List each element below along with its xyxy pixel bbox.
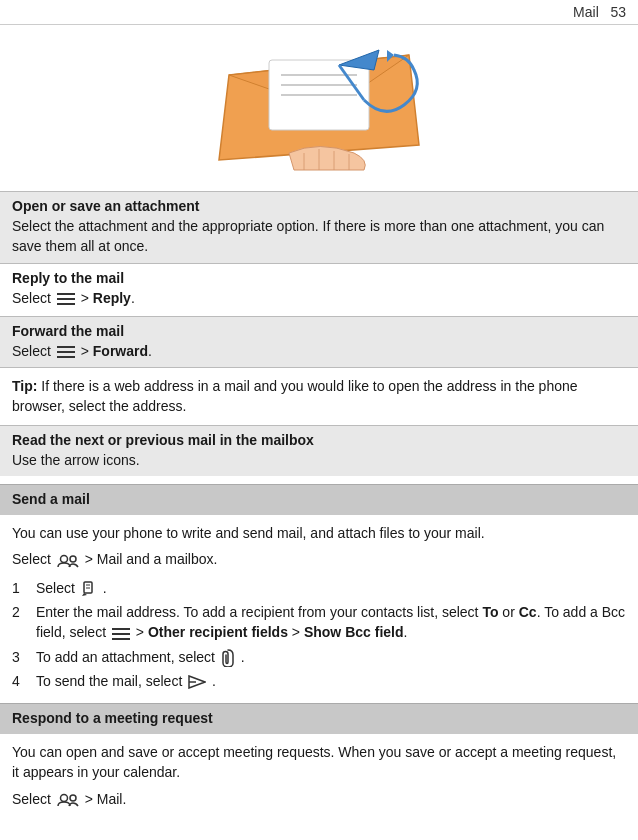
respond-meeting-select: Select > Mail. — [12, 789, 626, 809]
svg-rect-8 — [57, 298, 75, 300]
svg-point-24 — [60, 795, 67, 802]
step-4: 4 To send the mail, select . — [12, 671, 626, 691]
section-body-reply: Select > Reply. — [12, 288, 626, 308]
section-title-open-save: Open or save an attachment — [12, 198, 626, 214]
tip-label: Tip: — [12, 378, 37, 394]
section-body-send-mail: You can use your phone to write and send… — [0, 515, 638, 703]
step-1-body: Select . — [36, 578, 107, 598]
svg-rect-21 — [112, 638, 130, 640]
tip-body: Tip: If there is a web address in a mail… — [12, 376, 626, 417]
send-select-label: Select — [12, 551, 51, 567]
section-title-forward: Forward the mail — [12, 323, 626, 339]
illustration-area — [0, 25, 638, 191]
svg-rect-19 — [112, 628, 130, 630]
forward-arrow-label: > — [81, 343, 93, 359]
svg-rect-20 — [112, 633, 130, 635]
step3-paperclip-icon — [219, 649, 241, 665]
svg-rect-11 — [57, 351, 75, 353]
divider-space — [0, 476, 638, 484]
step2-other-fields-bold: Other recipient fields — [148, 624, 288, 640]
step-3-body: To add an attachment, select . — [36, 647, 245, 667]
respond-select-label: Select — [12, 791, 51, 807]
svg-point-14 — [70, 556, 76, 562]
envelope-illustration — [209, 45, 429, 175]
svg-rect-9 — [57, 303, 75, 305]
section-body-open-save: Select the attachment and the appropriat… — [12, 216, 626, 257]
section-tip: Tip: If there is a web address in a mail… — [0, 367, 638, 425]
step-4-body: To send the mail, select . — [36, 671, 216, 691]
forward-select-label: Select — [12, 343, 51, 359]
step2-cc-bold: Cc — [519, 604, 537, 620]
step-3-number: 3 — [12, 647, 28, 667]
send-mail-suffix: > Mail and a mailbox. — [85, 551, 218, 567]
svg-point-25 — [70, 795, 76, 801]
svg-point-13 — [60, 555, 67, 562]
forward-menu-icon — [55, 343, 81, 359]
send-mail-select-intro: Select > Mail and a mailbox. — [12, 549, 626, 569]
reply-select-label: Select — [12, 290, 51, 306]
section-title-respond-meeting: Respond to a meeting request — [12, 710, 626, 726]
svg-rect-7 — [57, 293, 75, 295]
step2-menu-icon — [110, 624, 136, 640]
page-title: Mail 53 — [573, 4, 626, 20]
send-mail-steps: 1 Select . 2 Enter the mail address. To … — [12, 578, 626, 691]
reply-arrow-label: > — [81, 290, 93, 306]
section-header-respond-meeting: Respond to a meeting request — [0, 703, 638, 734]
tip-text: If there is a web address in a mail and … — [12, 378, 578, 414]
section-body-forward: Select > Forward. — [12, 341, 626, 361]
section-title-read: Read the next or previous mail in the ma… — [12, 432, 626, 448]
forward-bold-label: Forward — [93, 343, 148, 359]
respond-meeting-body: You can open and save or accept meeting … — [12, 742, 626, 783]
step-3: 3 To add an attachment, select . — [12, 647, 626, 667]
section-forward-mail: Forward the mail Select > Forward. — [0, 316, 638, 367]
reply-menu-icon — [55, 290, 81, 306]
step-1: 1 Select . — [12, 578, 626, 598]
send-people-icon — [55, 551, 85, 567]
svg-rect-12 — [57, 356, 75, 358]
step1-pencil-icon — [79, 580, 103, 596]
respond-suffix: > Mail. — [85, 791, 127, 807]
section-open-save-attachment: Open or save an attachment Select the at… — [0, 191, 638, 263]
section-read-next-prev: Read the next or previous mail in the ma… — [0, 425, 638, 476]
respond-people-icon — [55, 791, 85, 807]
step1-select-label: Select — [36, 580, 75, 596]
section-body-read: Use the arrow icons. — [12, 450, 626, 470]
step2-show-bcc-bold: Show Bcc field — [304, 624, 404, 640]
section-body-respond-meeting: You can open and save or accept meeting … — [0, 734, 638, 817]
step-4-number: 4 — [12, 671, 28, 691]
svg-rect-10 — [57, 346, 75, 348]
step-2-body: Enter the mail address. To add a recipie… — [36, 602, 626, 643]
send-mail-intro: You can use your phone to write and send… — [12, 523, 626, 543]
step-2: 2 Enter the mail address. To add a recip… — [12, 602, 626, 643]
section-title-reply: Reply to the mail — [12, 270, 626, 286]
page-header: Mail 53 — [0, 0, 638, 25]
reply-bold-label: Reply — [93, 290, 131, 306]
step-2-number: 2 — [12, 602, 28, 643]
step2-to-bold: To — [482, 604, 498, 620]
step-1-number: 1 — [12, 578, 28, 598]
section-title-send-mail: Send a mail — [12, 491, 626, 507]
section-reply-mail: Reply to the mail Select > Reply. — [0, 263, 638, 316]
step4-send-icon — [186, 673, 212, 689]
section-header-send-mail: Send a mail — [0, 484, 638, 515]
